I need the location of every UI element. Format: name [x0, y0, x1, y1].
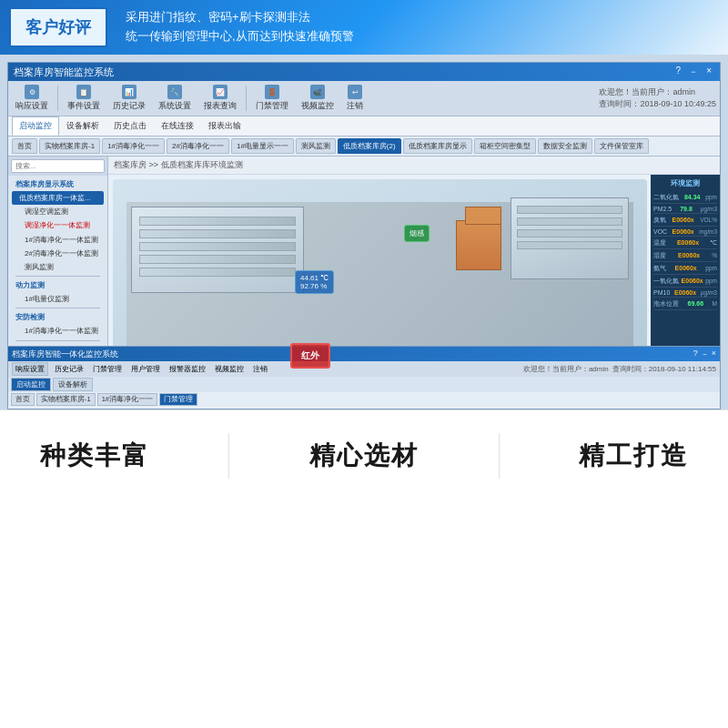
subnav-power[interactable]: 1#电量显示一一	[231, 138, 294, 154]
nav-item-settings[interactable]: ⚙ 响应设置	[12, 83, 52, 114]
sidebar-item-lowqual[interactable]: 低质档案库房一体监...	[12, 191, 104, 205]
sidebar-item-dis2[interactable]: 2#消毒净化一一体监测	[12, 247, 104, 260]
sensor-temp-humid[interactable]: 44.61 ℃92.76 %	[295, 270, 334, 294]
nav2-user[interactable]: 用户管理	[128, 363, 163, 375]
env-row-voc: VOC E0060x mg/m3	[653, 227, 717, 237]
menu-bar-1: 启动监控 设备解析 历史点击 在线连接 报表出输	[8, 116, 720, 136]
nav2-logout[interactable]: 注销	[250, 363, 270, 375]
menu-tab-online[interactable]: 在线连接	[154, 116, 201, 136]
titlebar-1: 档案库房智能监控系统 ? － ×	[8, 63, 720, 81]
menu-tab-device[interactable]: 设备解析	[59, 116, 106, 136]
subnav-lowqual-show[interactable]: 低质档案库房显示	[403, 138, 472, 154]
top-nav-1: ⚙ 响应设置 📋 事件设置 📊 历史记录 🔧 系统设置 📈 报表查询	[8, 81, 720, 116]
bottom-text-3: 精工打造	[579, 439, 688, 473]
sensor-smoke[interactable]: 烟感	[404, 225, 430, 242]
sidebar-parent-security[interactable]: 安防检测	[12, 310, 104, 324]
menu-bar-2: 启动监控 设备解析	[8, 377, 720, 392]
menu-tab-export[interactable]: 报表出输	[201, 116, 248, 136]
sidebar-item-elec[interactable]: 1#电量仪监测	[12, 292, 104, 306]
screenshot-section: 档案库房智能监控系统 ? － × ⚙ 响应设置 📋 事件设置 📊 历史记录	[0, 55, 728, 410]
subnav-data-security[interactable]: 数据安全监测	[538, 138, 592, 154]
nav2-history[interactable]: 历史记录	[52, 363, 86, 375]
shelf-4	[139, 255, 296, 264]
subnav-file[interactable]: 文件保管室库	[594, 138, 649, 154]
sidebar-item-adjust[interactable]: 调湿空调监测	[12, 205, 104, 218]
report-icon: 📈	[213, 85, 228, 99]
close-icon[interactable]: ×	[703, 66, 714, 78]
window-title-1: 档案库房智能监控系统	[14, 66, 114, 79]
env-row-temp: 温度 E0060x ℃	[653, 237, 717, 249]
rshelf-4	[517, 241, 622, 249]
nav2-alarm[interactable]: 报警器监控	[167, 363, 208, 375]
bottom-text-1: 种类丰富	[40, 439, 149, 473]
sidebar-search-area	[8, 157, 107, 176]
nav-item-event[interactable]: 📋 事件设置	[64, 83, 104, 114]
time-info: 查询时间：2018-09-10 10:49:25	[599, 98, 716, 110]
subnav-box[interactable]: 箱柜空间密集型	[474, 138, 536, 154]
bottom-text-2: 精心选材	[309, 439, 419, 473]
banner-left-label: 客户好评	[9, 7, 107, 47]
subnav-wind[interactable]: 测风监测	[296, 138, 336, 154]
nav-item-system[interactable]: 🔧 系统设置	[155, 83, 195, 114]
env-row-pm25: PM2.5 79.8 μg/m3	[653, 204, 717, 214]
sidebar-divider-2	[15, 308, 100, 308]
nav-item-report[interactable]: 📈 报表查询	[200, 83, 240, 114]
menu-tab2-monitor[interactable]: 启动监控	[11, 378, 51, 391]
video-icon: 📹	[310, 85, 325, 99]
right-shelves	[517, 206, 622, 249]
menu-tab-history-click[interactable]: 历史点击	[106, 116, 154, 136]
menu-tab2-device[interactable]: 设备解析	[53, 378, 93, 391]
sidebar-item-wind[interactable]: 测风监测	[12, 260, 104, 274]
nav2-door[interactable]: 门禁管理	[90, 363, 125, 375]
env-row-ozone: 臭氧 E0060x VOL%	[653, 214, 717, 227]
sidebar-item-dis1[interactable]: 1#消毒净化一一体监测	[12, 233, 104, 247]
env-row-water: 泡水位置 69.66 M	[653, 298, 717, 310]
sidebar-item-sec1[interactable]: 1#消毒净化一一体监测	[12, 324, 104, 338]
subnav2-home[interactable]: 首页	[11, 393, 35, 406]
close-icon-2[interactable]: ×	[712, 349, 716, 360]
subnav-disinfect2[interactable]: 2#消毒净化一一	[167, 138, 229, 154]
nav2-settings[interactable]: 响应设置	[12, 362, 48, 376]
menu-tab-monitor[interactable]: 启动监控	[12, 116, 59, 136]
sensor-infrared[interactable]: 红外	[290, 343, 330, 369]
window-controls-1[interactable]: ? － ×	[673, 66, 714, 78]
window-controls-2[interactable]: ? － ×	[693, 349, 716, 360]
topnav-2: 响应设置 历史记录 门禁管理 用户管理 报警器监控 视频监控 注销 欢迎您！当前…	[8, 361, 720, 377]
nav-item-video[interactable]: 📹 视频监控	[298, 83, 338, 114]
sidebar-search-input[interactable]	[11, 159, 105, 173]
minimize-icon[interactable]: －	[686, 66, 701, 78]
help-icon[interactable]: ?	[673, 66, 684, 78]
help-icon-2[interactable]: ?	[693, 349, 698, 360]
door-icon: 🚪	[265, 85, 279, 99]
banner-line2: 统一传输到管理中心,从而达到快速准确预警	[126, 27, 354, 46]
window-title-2: 档案库房智能一体化监控系统	[12, 349, 118, 360]
nav-item-history[interactable]: 📊 历史记录	[109, 83, 149, 114]
event-icon: 📋	[76, 85, 91, 99]
user-info-area: 欢迎您！当前用户：admin 查询时间：2018-09-10 10:49:25	[599, 86, 716, 110]
subnav2-door[interactable]: 门禁管理	[159, 393, 197, 406]
env-row-co2: 二氧化氮 84.34 ppm	[653, 191, 717, 204]
subnav-disinfect1[interactable]: 1#消毒净化一一	[102, 138, 165, 154]
sidebar-parent-archive[interactable]: 档案库房显示系统	[12, 177, 104, 191]
top-banner: 客户好评 采用进门指纹、密码+刷卡探测非法 统一传输到管理中心,从而达到快速准确…	[0, 0, 728, 55]
env-row-co: 一氧化氮 E0060x ppm	[653, 275, 717, 288]
banner-line1: 采用进门指纹、密码+刷卡探测非法	[126, 8, 354, 27]
env-row-pm10: PM10 E0060x μg/m3	[653, 288, 717, 298]
subnav-lowqual[interactable]: 低质档案库房(2)	[338, 138, 401, 154]
nav2-video[interactable]: 视频监控	[212, 363, 247, 375]
user-info: 欢迎您！当前用户：admin	[599, 86, 716, 98]
minimize-icon-2[interactable]: －	[701, 349, 709, 360]
rshelf-1	[517, 206, 622, 214]
nav-item-door[interactable]: 🚪 门禁管理	[252, 83, 292, 114]
shelf-5	[139, 268, 296, 277]
subnav2-dis1[interactable]: 1#消毒净化一一	[97, 393, 157, 406]
sidebar-item-humid[interactable]: 调湿净化一一体监测	[12, 218, 104, 232]
subnav-home[interactable]: 首页	[12, 138, 37, 154]
subnav2-archive[interactable]: 实物档案库房-1	[36, 393, 96, 406]
shelf-1	[139, 217, 296, 226]
subnav-archive1[interactable]: 实物档案库房-1	[39, 138, 100, 154]
banner-text: 采用进门指纹、密码+刷卡探测非法 统一传输到管理中心,从而达到快速准确预警	[126, 8, 354, 46]
sidebar-parent-power[interactable]: 动力监测	[12, 278, 104, 292]
breadcrumb: 档案库房 >> 低质档案库库环境监测	[108, 157, 720, 175]
nav-item-logout[interactable]: ↩ 注销	[343, 83, 367, 114]
